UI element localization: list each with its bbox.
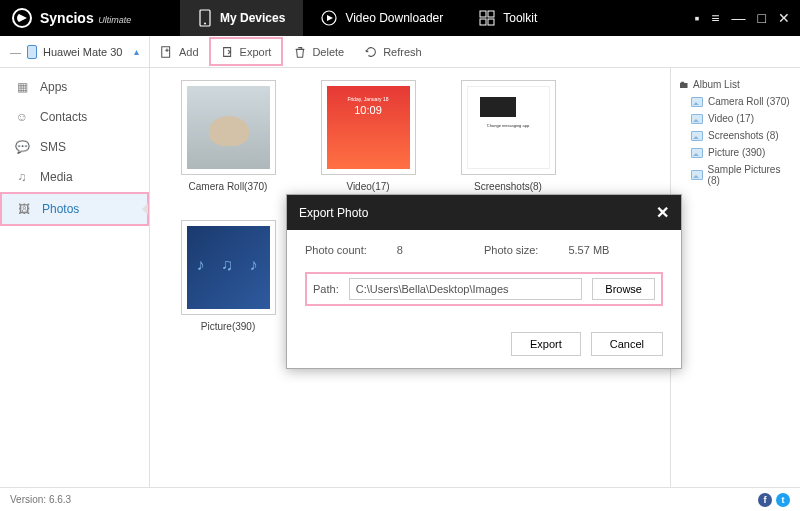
delete-button[interactable]: Delete bbox=[283, 36, 354, 67]
dialog-title: Export Photo bbox=[299, 206, 368, 220]
sidebar-item-sms[interactable]: 💬SMS bbox=[0, 132, 149, 162]
minimize-icon[interactable]: — bbox=[732, 10, 746, 26]
refresh-icon bbox=[364, 45, 378, 59]
export-button[interactable]: Export bbox=[209, 37, 284, 66]
svg-rect-4 bbox=[480, 11, 486, 17]
svg-rect-6 bbox=[480, 19, 486, 25]
connection-indicator: — bbox=[10, 46, 21, 58]
twitter-icon[interactable]: t bbox=[776, 493, 790, 507]
image-icon bbox=[691, 131, 703, 141]
contacts-icon: ☺ bbox=[14, 110, 30, 124]
album-list-title: Album List bbox=[693, 79, 740, 90]
sidebar-item-media[interactable]: ♫Media bbox=[0, 162, 149, 192]
image-icon bbox=[691, 170, 703, 180]
photo-size-value: 5.57 MB bbox=[568, 244, 609, 256]
svg-marker-3 bbox=[327, 15, 333, 21]
album-list-panel: 🖿 Album List Camera Roll (370) Video (17… bbox=[670, 68, 800, 487]
album-caption: Camera Roll(370) bbox=[178, 181, 278, 192]
maximize-icon[interactable]: □ bbox=[758, 10, 766, 26]
album-camera-roll[interactable]: Camera Roll(370) bbox=[178, 80, 278, 192]
album-screenshots[interactable]: Screenshots(8) bbox=[458, 80, 558, 192]
device-icon bbox=[198, 9, 212, 27]
album-video[interactable]: Video(17) bbox=[318, 80, 418, 192]
album-list-item[interactable]: Camera Roll (370) bbox=[675, 93, 796, 110]
btn-label: Delete bbox=[312, 46, 344, 58]
label: Photos bbox=[42, 202, 79, 216]
add-icon bbox=[160, 45, 174, 59]
btn-label: Export bbox=[240, 46, 272, 58]
album-list-item[interactable]: Sample Pictures (8) bbox=[675, 161, 796, 189]
app-name: Syncios Ultimate bbox=[40, 9, 131, 27]
path-label: Path: bbox=[313, 283, 339, 295]
window-controls: ▪ ≡ — □ ✕ bbox=[684, 10, 800, 26]
label: Contacts bbox=[40, 110, 87, 124]
tab-toolkit[interactable]: Toolkit bbox=[461, 0, 555, 36]
image-icon bbox=[691, 114, 703, 124]
apps-icon: ▦ bbox=[14, 80, 30, 94]
chevron-up-icon: ▴ bbox=[134, 46, 139, 57]
btn-label: Add bbox=[179, 46, 199, 58]
close-icon[interactable]: ✕ bbox=[656, 203, 669, 222]
cancel-button[interactable]: Cancel bbox=[591, 332, 663, 356]
tab-label: My Devices bbox=[220, 11, 285, 25]
play-icon bbox=[321, 10, 337, 26]
refresh-button[interactable]: Refresh bbox=[354, 36, 432, 67]
path-input[interactable] bbox=[349, 278, 583, 300]
album-caption: Video(17) bbox=[318, 181, 418, 192]
version-label: Version: 6.6.3 bbox=[10, 494, 71, 505]
dialog-footer: Export Cancel bbox=[287, 320, 681, 368]
device-name: Huawei Mate 30 bbox=[43, 46, 123, 58]
export-confirm-button[interactable]: Export bbox=[511, 332, 581, 356]
label: SMS bbox=[40, 140, 66, 154]
image-icon bbox=[691, 148, 703, 158]
photo-count-label: Photo count: bbox=[305, 244, 367, 256]
album-thumbnail bbox=[181, 80, 276, 175]
social-links: f t bbox=[758, 493, 790, 507]
album-list-item[interactable]: Picture (390) bbox=[675, 144, 796, 161]
tab-label: Toolkit bbox=[503, 11, 537, 25]
album-thumbnail bbox=[321, 80, 416, 175]
app-logo: Syncios Ultimate bbox=[0, 8, 180, 28]
title-bar: Syncios Ultimate My Devices Video Downlo… bbox=[0, 0, 800, 36]
sidebar-item-contacts[interactable]: ☺Contacts bbox=[0, 102, 149, 132]
tab-label: Video Downloader bbox=[345, 11, 443, 25]
sidebar: ▦Apps ☺Contacts 💬SMS ♫Media 🖼Photos bbox=[0, 68, 150, 487]
toolbar-actions: Add Export Delete Refresh bbox=[150, 36, 432, 67]
album-thumbnail bbox=[461, 80, 556, 175]
feedback-icon[interactable]: ▪ bbox=[694, 10, 699, 26]
album-list-item[interactable]: Video (17) bbox=[675, 110, 796, 127]
svg-rect-7 bbox=[488, 19, 494, 25]
album-list-item[interactable]: Screenshots (8) bbox=[675, 127, 796, 144]
label: Media bbox=[40, 170, 73, 184]
browse-button[interactable]: Browse bbox=[592, 278, 655, 300]
btn-label: Refresh bbox=[383, 46, 422, 58]
sidebar-item-photos[interactable]: 🖼Photos bbox=[0, 192, 149, 226]
export-icon bbox=[221, 45, 235, 59]
album-thumbnail bbox=[181, 220, 276, 315]
sms-icon: 💬 bbox=[14, 140, 30, 154]
folder-icon: 🖿 bbox=[679, 79, 689, 90]
menu-icon[interactable]: ≡ bbox=[711, 10, 719, 26]
album-picture[interactable]: Picture(390) bbox=[178, 220, 278, 344]
device-selector[interactable]: — Huawei Mate 30 ▴ bbox=[0, 36, 150, 67]
facebook-icon[interactable]: f bbox=[758, 493, 772, 507]
tab-video-downloader[interactable]: Video Downloader bbox=[303, 0, 461, 36]
export-photo-dialog: Export Photo ✕ Photo count:8 Photo size:… bbox=[286, 194, 682, 369]
album-list-header: 🖿 Album List bbox=[675, 76, 796, 93]
status-bar: Version: 6.6.3 f t bbox=[0, 487, 800, 511]
path-row: Path: Browse bbox=[305, 272, 663, 306]
toolkit-icon bbox=[479, 10, 495, 26]
trash-icon bbox=[293, 45, 307, 59]
add-button[interactable]: Add bbox=[150, 36, 209, 67]
photo-size-label: Photo size: bbox=[484, 244, 538, 256]
toolbar: — Huawei Mate 30 ▴ Add Export Delete Ref… bbox=[0, 36, 800, 68]
main-nav: My Devices Video Downloader Toolkit bbox=[180, 0, 555, 36]
svg-rect-5 bbox=[488, 11, 494, 17]
close-icon[interactable]: ✕ bbox=[778, 10, 790, 26]
syncios-icon bbox=[12, 8, 32, 28]
image-icon bbox=[691, 97, 703, 107]
sidebar-item-apps[interactable]: ▦Apps bbox=[0, 72, 149, 102]
album-caption: Screenshots(8) bbox=[458, 181, 558, 192]
photos-icon: 🖼 bbox=[16, 202, 32, 216]
tab-my-devices[interactable]: My Devices bbox=[180, 0, 303, 36]
